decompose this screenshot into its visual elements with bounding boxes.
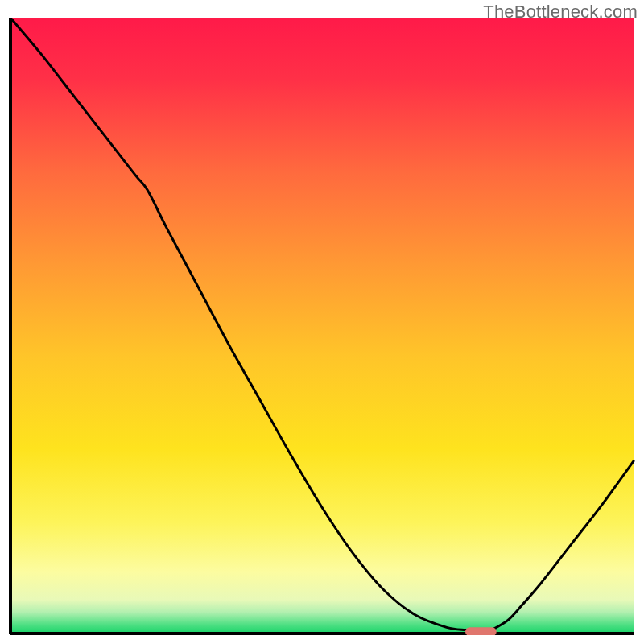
optimal-range-marker: [465, 627, 497, 635]
svg-rect-2: [465, 627, 497, 635]
chart-container: TheBottleneck.com: [0, 0, 644, 644]
gradient-background: [10, 18, 634, 634]
bottleneck-chart: [9, 18, 635, 635]
